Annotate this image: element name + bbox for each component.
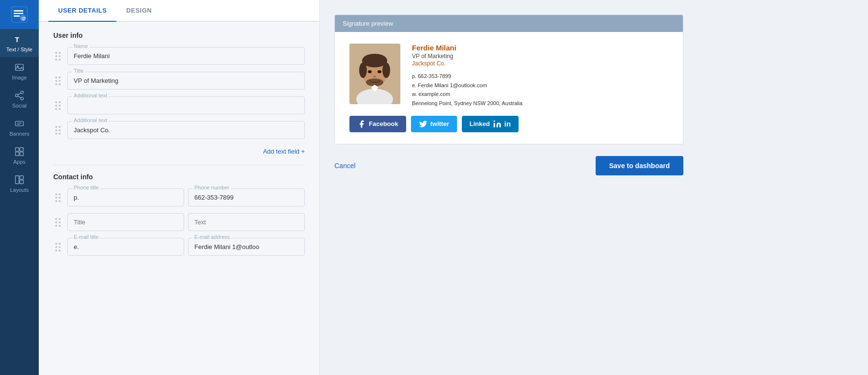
- name-drag-handle[interactable]: [53, 50, 63, 62]
- additional-text-1-input[interactable]: [67, 96, 305, 114]
- twitter-icon: [419, 120, 427, 128]
- sig-contact: p. 662-353-7899 e. Ferdie Milani 1@outlo…: [412, 72, 668, 108]
- additional-text-2-row: Additional text: [53, 121, 305, 139]
- tab-user-details[interactable]: USER DETAILS: [48, 0, 116, 22]
- svg-rect-20: [20, 176, 23, 179]
- title-text-field-row: [53, 213, 305, 231]
- twitter-button[interactable]: twitter: [411, 116, 457, 132]
- svg-line-12: [18, 93, 21, 95]
- sidebar-item-apps[interactable]: Apps: [0, 141, 39, 170]
- title-text-drag-handle[interactable]: [53, 216, 63, 229]
- form-area: User info Name: [39, 22, 319, 375]
- phone-drag-handle[interactable]: [53, 191, 63, 204]
- svg-point-29: [368, 70, 372, 73]
- additional-text-2-drag-handle[interactable]: [53, 124, 63, 137]
- sidebar-item-layouts[interactable]: Layouts: [0, 170, 39, 198]
- sig-content: Ferdie Milani VP of Marketing Jackspot C…: [349, 44, 668, 108]
- user-info-title: User info: [53, 31, 305, 39]
- app-logo[interactable]: @: [0, 0, 39, 29]
- sidebar-item-label: Layouts: [10, 187, 29, 193]
- sig-website-url: example.com: [418, 91, 450, 97]
- sig-email: e. Ferdie Milani 1@outlook.com: [412, 81, 668, 90]
- email-address-input[interactable]: [188, 238, 305, 256]
- svg-rect-15: [16, 148, 19, 151]
- additional-text-1-drag-handle[interactable]: [53, 99, 63, 112]
- sidebar-item-label: Image: [12, 75, 27, 80]
- svg-rect-17: [16, 152, 19, 156]
- sig-email-address: Ferdie Milani 1@outlook.com: [418, 82, 487, 88]
- tabs: USER DETAILS DESIGN: [39, 0, 319, 22]
- phone-title-input[interactable]: [67, 188, 184, 206]
- title-field-wrapper: Title: [67, 72, 305, 90]
- svg-rect-18: [20, 152, 23, 156]
- svg-text:T: T: [15, 36, 19, 44]
- linkedin-icon: [493, 120, 502, 128]
- cancel-button[interactable]: Cancel: [334, 162, 356, 170]
- sidebar-item-label: Apps: [13, 159, 25, 165]
- additional-text-2-input[interactable]: [67, 121, 305, 139]
- sidebar-item-banners[interactable]: Banners: [0, 113, 39, 141]
- text-input[interactable]: [188, 213, 305, 231]
- save-button[interactable]: Save to dashboard: [596, 156, 683, 175]
- title2-input[interactable]: [67, 213, 184, 231]
- svg-point-9: [21, 91, 24, 94]
- facebook-button[interactable]: Facebook: [349, 116, 406, 132]
- svg-rect-3: [14, 16, 20, 17]
- linkedin-in-text: in: [505, 120, 511, 128]
- sig-company: Jackspot Co.: [412, 60, 668, 67]
- add-text-field-button[interactable]: Add text field +: [263, 148, 305, 155]
- additional-text-1-row: Additional text: [53, 96, 305, 114]
- svg-rect-14: [16, 121, 24, 125]
- tab-design[interactable]: DESIGN: [116, 0, 161, 22]
- sig-phone-label: p.: [412, 73, 416, 79]
- sidebar-item-label: Social: [12, 103, 27, 109]
- title2-wrapper: [67, 213, 184, 231]
- sig-phone-number: 662-353-7899: [418, 73, 451, 79]
- middle-panel: USER DETAILS DESIGN User info Name: [39, 0, 320, 375]
- sig-avatar: [349, 44, 400, 104]
- phone-number-input[interactable]: [188, 188, 305, 206]
- twitter-label: twitter: [430, 120, 449, 127]
- sidebar-item-social[interactable]: Social: [0, 85, 39, 113]
- sig-social: Facebook twitter Linked in: [349, 116, 668, 132]
- right-panel: Signature preview: [320, 0, 868, 375]
- svg-point-30: [378, 70, 381, 73]
- name-field-row: Name: [53, 47, 305, 65]
- sig-address: Bennelong Point, Sydney NSW 2000, Austra…: [412, 99, 668, 108]
- name-input[interactable]: [67, 47, 305, 65]
- additional-text-2-wrapper: Additional text: [67, 121, 305, 139]
- sidebar-item-label: Text / Style: [6, 47, 32, 52]
- title-drag-handle[interactable]: [53, 75, 63, 87]
- title-text-two-col: [67, 213, 305, 231]
- email-drag-handle[interactable]: [53, 241, 63, 253]
- svg-point-28: [382, 62, 390, 78]
- svg-point-31: [373, 76, 376, 78]
- signature-preview-container: Signature preview: [334, 15, 683, 144]
- phone-title-wrapper: Phone title: [67, 188, 184, 206]
- additional-text-1-wrapper: Additional text: [67, 96, 305, 114]
- svg-rect-1: [14, 10, 23, 12]
- phone-field-row: Phone title Phone number: [53, 188, 305, 206]
- sidebar-item-text-style[interactable]: T Text / Style: [0, 29, 39, 57]
- preview-header: Signature preview: [335, 15, 683, 32]
- svg-point-11: [21, 97, 24, 100]
- sidebar-item-image[interactable]: Image: [0, 57, 39, 85]
- svg-line-13: [18, 96, 21, 98]
- phone-two-col: Phone title Phone number: [67, 188, 305, 206]
- svg-rect-21: [20, 180, 23, 184]
- svg-text:@: @: [22, 16, 26, 21]
- email-title-input[interactable]: [67, 238, 184, 256]
- svg-point-10: [16, 94, 18, 97]
- sig-website: w. example.com: [412, 90, 668, 99]
- linkedin-text-label: Linked: [470, 120, 490, 127]
- sig-website-label: w.: [412, 91, 417, 97]
- name-field-wrapper: Name: [67, 47, 305, 65]
- title-input[interactable]: [67, 72, 305, 90]
- text-wrapper: [188, 213, 305, 231]
- preview-body: Ferdie Milani VP of Marketing Jackspot C…: [335, 32, 683, 144]
- svg-point-34: [493, 120, 495, 122]
- svg-rect-2: [14, 13, 23, 14]
- linkedin-button[interactable]: Linked in: [462, 116, 519, 132]
- contact-info-section: Contact info Phone title Ph: [53, 173, 305, 256]
- sig-info: Ferdie Milani VP of Marketing Jackspot C…: [412, 44, 668, 108]
